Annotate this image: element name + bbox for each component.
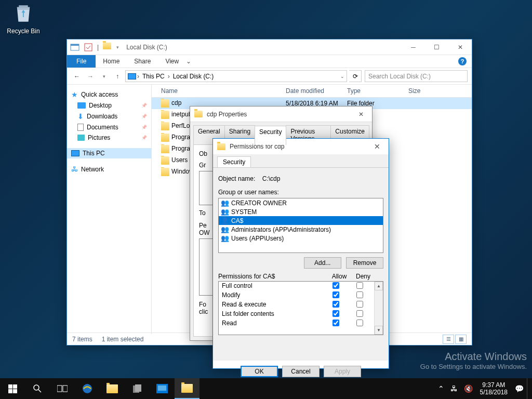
- user-row[interactable]: 👥CREATOR OWNER: [219, 198, 383, 207]
- perm-label: Full control: [222, 282, 323, 290]
- column-size[interactable]: Size: [405, 87, 436, 95]
- help-icon[interactable]: ?: [458, 57, 467, 65]
- folder-icon: [161, 156, 169, 165]
- desktop-icon: [77, 102, 86, 109]
- svg-line-9: [38, 390, 41, 392]
- details-view-icon[interactable]: ☰: [443, 335, 454, 344]
- expand-ribbon-icon[interactable]: ⌄: [186, 58, 191, 65]
- properties-icon[interactable]: [84, 43, 93, 52]
- tray-up-icon[interactable]: ⌃: [435, 384, 447, 393]
- nav-pictures[interactable]: Pictures: [67, 132, 151, 143]
- tab-security[interactable]: Security: [255, 126, 286, 145]
- clock[interactable]: 9:37 AM 5/18/2018: [476, 381, 512, 396]
- deny-checkbox[interactable]: [356, 320, 363, 326]
- svg-point-8: [34, 385, 39, 390]
- column-date[interactable]: Date modified: [283, 87, 344, 95]
- large-icons-view-icon[interactable]: ▦: [455, 335, 467, 344]
- new-folder-icon[interactable]: [103, 43, 112, 52]
- permission-row: Read & execute: [219, 300, 374, 310]
- nav-pane: ★Quick access Desktop ⬇Downloads Documen…: [67, 85, 152, 334]
- dialog-titlebar[interactable]: Permissions for cdp ✕: [213, 139, 389, 154]
- column-name[interactable]: Name: [152, 87, 283, 95]
- titlebar[interactable]: | ▾ Local Disk (C:) ─ ☐ ✕: [67, 39, 472, 55]
- nav-network[interactable]: 🖧Network: [67, 164, 151, 175]
- close-button[interactable]: ✕: [354, 109, 368, 120]
- scroll-down-icon[interactable]: ▼: [375, 326, 383, 335]
- cancel-button[interactable]: Cancel: [282, 366, 320, 377]
- column-type[interactable]: Type: [344, 87, 405, 95]
- nav-quick-access[interactable]: ★Quick access: [67, 89, 151, 100]
- app-icon: [70, 43, 79, 52]
- remove-button[interactable]: Remove: [346, 257, 383, 269]
- breadcrumb[interactable]: Local Disk (C:): [171, 72, 216, 81]
- deny-checkbox[interactable]: [356, 282, 363, 289]
- ribbon: File Home Share View ⌄ ?: [67, 55, 472, 68]
- qat-dropdown-icon[interactable]: ▾: [116, 45, 119, 50]
- deny-checkbox[interactable]: [356, 291, 363, 298]
- user-row[interactable]: 👤CA$: [219, 216, 383, 225]
- ok-button[interactable]: OK: [241, 366, 278, 377]
- allow-checkbox[interactable]: [332, 310, 339, 317]
- allow-checkbox[interactable]: [332, 320, 339, 326]
- taskbar-server-manager[interactable]: [125, 378, 150, 399]
- recycle-bin[interactable]: Recycle Bin: [5, 3, 42, 35]
- tab-home[interactable]: Home: [96, 55, 127, 68]
- chevron-right-icon[interactable]: ›: [137, 73, 139, 80]
- close-button[interactable]: ✕: [448, 39, 472, 55]
- taskbar-ie[interactable]: [75, 378, 100, 399]
- user-row[interactable]: 👥SYSTEM: [219, 207, 383, 216]
- address-dropdown-icon[interactable]: ⌄: [340, 74, 344, 79]
- tab-security[interactable]: Security: [217, 156, 251, 167]
- nav-desktop[interactable]: Desktop: [67, 100, 151, 111]
- svg-rect-10: [57, 385, 62, 392]
- search-button[interactable]: [25, 378, 50, 399]
- notifications-icon[interactable]: 💬: [512, 384, 527, 393]
- time: 9:37 AM: [480, 381, 508, 389]
- tray-volume-icon[interactable]: 🔇: [461, 384, 476, 393]
- tab-file[interactable]: File: [67, 55, 96, 68]
- close-button[interactable]: ✕: [370, 140, 384, 153]
- search-input[interactable]: Search Local Disk (C:): [365, 70, 468, 82]
- tray-network-icon[interactable]: 🖧: [447, 384, 461, 393]
- nav-downloads[interactable]: ⬇Downloads: [67, 111, 151, 122]
- taskbar-app[interactable]: [150, 378, 175, 399]
- apply-button[interactable]: Apply: [324, 366, 361, 377]
- dialog-titlebar[interactable]: cdp Properties ✕: [190, 107, 372, 122]
- nav-this-pc[interactable]: This PC: [67, 148, 151, 158]
- up-button[interactable]: ↑: [112, 71, 123, 82]
- back-button[interactable]: ←: [71, 71, 83, 82]
- user-row[interactable]: 👥Administrators (APP\Administrators): [219, 225, 383, 234]
- maximize-button[interactable]: ☐: [425, 39, 448, 55]
- add-button[interactable]: Add...: [304, 257, 341, 269]
- tab-view[interactable]: View: [158, 55, 186, 68]
- taskbar-explorer-active[interactable]: [175, 378, 200, 399]
- recent-dropdown[interactable]: ▾: [98, 71, 110, 82]
- breadcrumb[interactable]: This PC: [140, 72, 167, 81]
- deny-checkbox[interactable]: [356, 301, 363, 308]
- scrollbar[interactable]: ▲ ▼: [374, 282, 383, 335]
- tab-share[interactable]: Share: [127, 55, 158, 68]
- scroll-up-icon[interactable]: ▲: [375, 282, 383, 290]
- status-selected: 1 item selected: [102, 336, 144, 343]
- object-value: C:\cdp: [262, 175, 281, 182]
- svg-rect-0: [19, 5, 28, 7]
- address-bar[interactable]: › This PC › Local Disk (C:) ⌄: [125, 70, 347, 82]
- allow-checkbox[interactable]: [332, 291, 339, 298]
- allow-checkbox[interactable]: [332, 282, 339, 289]
- nav-bar: ← → ▾ ↑ › This PC › Local Disk (C:) ⌄ ⟳ …: [67, 68, 472, 85]
- refresh-button[interactable]: ⟳: [349, 70, 362, 82]
- task-view-button[interactable]: [50, 378, 75, 399]
- chevron-right-icon[interactable]: ›: [168, 73, 170, 80]
- forward-button[interactable]: →: [85, 71, 96, 82]
- allow-checkbox[interactable]: [332, 301, 339, 308]
- minimize-button[interactable]: ─: [402, 39, 425, 55]
- permission-row: List folder contents: [219, 310, 374, 319]
- user-row[interactable]: 👥Users (APP\Users): [219, 234, 383, 243]
- start-button[interactable]: [0, 378, 25, 399]
- pictures-icon: [77, 135, 85, 141]
- user-list[interactable]: 👥CREATOR OWNER👥SYSTEM👤CA$👥Administrators…: [218, 198, 383, 253]
- nav-documents[interactable]: Documents: [67, 122, 151, 132]
- deny-checkbox[interactable]: [356, 310, 363, 317]
- taskbar-explorer[interactable]: [100, 378, 125, 399]
- show-desktop[interactable]: [527, 378, 530, 399]
